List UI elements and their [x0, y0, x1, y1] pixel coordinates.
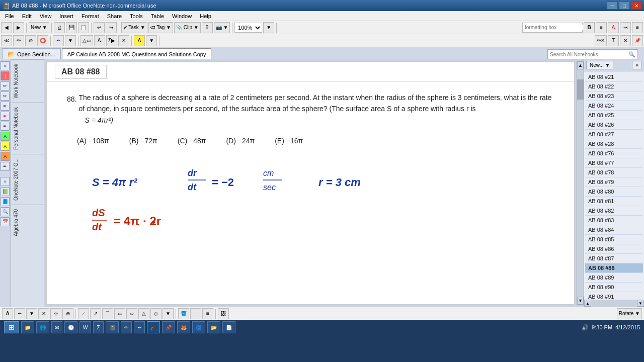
- scroll-thumb[interactable]: [577, 79, 584, 100]
- right-panel-item[interactable]: AB 08 #78: [585, 168, 643, 177]
- redo-button[interactable]: ↪: [106, 22, 117, 33]
- indent-button[interactable]: ⇥: [620, 22, 631, 33]
- line-color-bt[interactable]: —: [190, 308, 201, 319]
- scroll-up-btn[interactable]: ▲: [577, 61, 584, 69]
- tab-personal-notebook[interactable]: Personal Notebook: [11, 103, 44, 154]
- highlight-button[interactable]: A: [134, 35, 145, 46]
- taskbar-active[interactable]: 🎓: [147, 321, 160, 333]
- right-panel-item[interactable]: AB 08 #83: [585, 216, 643, 225]
- curve-bt[interactable]: ⌒: [102, 308, 113, 319]
- fill-bt[interactable]: 🪣: [178, 308, 189, 319]
- draw-tool-1[interactable]: |: [1, 71, 10, 80]
- right-panel-item[interactable]: AB 08 #23: [585, 92, 643, 101]
- right-panel-item[interactable]: AB 08 #85: [585, 235, 643, 244]
- right-panel-item[interactable]: AB 08 #77: [585, 158, 643, 168]
- pen-options[interactable]: ▼: [65, 35, 76, 46]
- right-panel-item[interactable]: AB 08 #87: [585, 254, 643, 263]
- search-input[interactable]: [550, 52, 628, 57]
- pen-dropdown-bt[interactable]: ▼: [26, 308, 37, 319]
- ink-to-math[interactable]: Σ▶: [106, 35, 117, 46]
- taskbar-mail[interactable]: ✉: [51, 321, 62, 333]
- right-panel-item[interactable]: AB 08 #80: [585, 187, 643, 197]
- taskbar-firefox[interactable]: 🦊: [177, 321, 190, 333]
- right-panel-item[interactable]: AB 08 #81: [585, 197, 643, 206]
- text-mode-btn[interactable]: T: [608, 35, 619, 46]
- tab-work-notebook[interactable]: Work Notebook: [11, 59, 44, 103]
- close-toolbar[interactable]: ✕: [620, 35, 631, 46]
- select-bt[interactable]: ⊹: [50, 308, 61, 319]
- volume-icon[interactable]: 🔊: [582, 324, 589, 331]
- eraser-button[interactable]: ⊘: [25, 35, 36, 46]
- plus-bt[interactable]: ⊕: [62, 308, 73, 319]
- draw-tool-4[interactable]: ✒: [1, 102, 10, 111]
- task-button[interactable]: ✔ Task ▼: [121, 22, 147, 33]
- minimize-button[interactable]: ─: [607, 2, 618, 10]
- right-panel-item[interactable]: AB 08 #84: [585, 225, 643, 235]
- taskbar-ie[interactable]: 🌐: [36, 321, 49, 333]
- taskbar-paint[interactable]: ✏: [121, 321, 132, 333]
- parallelogram-bt[interactable]: ▱: [126, 308, 137, 319]
- align-button[interactable]: ≡: [632, 22, 643, 33]
- pencil-button[interactable]: ✏: [13, 35, 24, 46]
- menu-tools[interactable]: Tools: [126, 12, 147, 20]
- menu-table[interactable]: Table: [147, 12, 168, 20]
- font-color-button[interactable]: A: [608, 22, 619, 33]
- right-panel-item[interactable]: AB 08 #21: [585, 72, 643, 82]
- eraser-bt[interactable]: ✕: [38, 308, 49, 319]
- notebook-icon-2[interactable]: 📘: [1, 197, 10, 206]
- menu-format[interactable]: Format: [77, 12, 103, 20]
- dock-button[interactable]: 📌: [632, 35, 643, 46]
- scroll-down-btn[interactable]: ▼: [577, 297, 584, 305]
- menu-share[interactable]: Share: [103, 12, 126, 20]
- taskbar-app2[interactable]: 📌: [162, 321, 175, 333]
- list-button[interactable]: ≡: [596, 22, 607, 33]
- right-scroll-down[interactable]: ▼: [637, 300, 644, 307]
- menu-file[interactable]: File: [1, 12, 18, 20]
- collapse-nav[interactable]: »: [1, 177, 10, 186]
- rect-bt[interactable]: ▭: [114, 308, 125, 319]
- expand-button[interactable]: ≪: [1, 35, 12, 46]
- close-button[interactable]: ✕: [631, 2, 642, 10]
- tab-open-section[interactable]: 📂 Open Section...: [2, 48, 61, 59]
- notebook-icon[interactable]: 📗: [1, 187, 10, 196]
- clip-button[interactable]: 📎 Clip ▼: [174, 22, 201, 33]
- start-button[interactable]: ⊞: [4, 321, 19, 333]
- right-panel-item[interactable]: AB 08 #88: [585, 263, 643, 273]
- line-width-bt[interactable]: ≡: [202, 308, 213, 319]
- right-panel-item[interactable]: AB 08 #90: [585, 283, 643, 292]
- taskbar-clock[interactable]: 🕐: [64, 321, 77, 333]
- taskbar-acrobat[interactable]: 📄: [222, 321, 235, 333]
- draw-tool-5[interactable]: ✒: [1, 112, 10, 121]
- taskbar-word[interactable]: W: [79, 321, 91, 333]
- new-page-button[interactable]: New... ▼: [586, 61, 613, 69]
- pen-tool-bt[interactable]: ✒: [14, 308, 25, 319]
- right-panel-item[interactable]: AB 08 #25: [585, 111, 643, 120]
- right-panel-item[interactable]: AB 08 #89: [585, 273, 643, 283]
- diamond-bt[interactable]: ◇: [150, 308, 162, 319]
- menu-insert[interactable]: Insert: [55, 12, 77, 20]
- collapse-btn[interactable]: »: [1, 61, 10, 70]
- right-panel-item[interactable]: AB 08 #79: [585, 177, 643, 187]
- lasso-button[interactable]: ⭕: [37, 35, 48, 46]
- search-notes[interactable]: 🔍: [1, 207, 10, 216]
- back-button[interactable]: ◀: [1, 22, 12, 33]
- rotate-button[interactable]: Rotate ▼: [617, 308, 642, 319]
- shapes-dropdown-bt[interactable]: ▼: [163, 308, 174, 319]
- pen-color-button[interactable]: ✒: [53, 35, 64, 46]
- taskbar-wacom[interactable]: ✒: [134, 321, 145, 333]
- right-panel-item[interactable]: AB 08 #91: [585, 292, 643, 300]
- tab-onenote-2007[interactable]: OneNote 2007 G...: [11, 154, 44, 205]
- menu-edit[interactable]: Edit: [18, 12, 36, 20]
- taskbar-excel[interactable]: Σ: [93, 321, 103, 333]
- right-panel-item[interactable]: AB 08 #76: [585, 149, 643, 158]
- text-tool[interactable]: A: [2, 308, 13, 319]
- tag-button[interactable]: 🏷 Tag ▼: [148, 22, 173, 33]
- tab-algebra[interactable]: Algebra 470: [11, 205, 44, 240]
- insert-image-bt[interactable]: 🖼: [218, 308, 229, 319]
- tab-active[interactable]: AP Calculus AB 2008 MC Questions and Sol…: [62, 48, 212, 59]
- shapes-button[interactable]: △▭: [80, 35, 93, 46]
- right-panel-item[interactable]: AB 08 #24: [585, 101, 643, 111]
- search-icon[interactable]: 🔍: [628, 51, 635, 58]
- menu-view[interactable]: View: [36, 12, 56, 20]
- video-button[interactable]: 📷 ▼: [214, 22, 230, 33]
